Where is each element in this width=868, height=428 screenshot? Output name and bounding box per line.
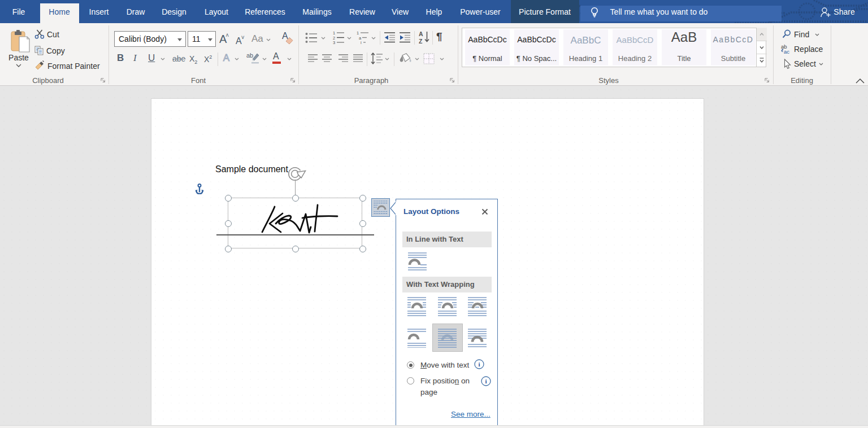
svg-text:A: A (223, 53, 230, 63)
svg-text:ac: ac (784, 49, 789, 54)
svg-text:i: i (485, 378, 487, 385)
svg-text:i: i (361, 40, 362, 44)
svg-text:A: A (419, 30, 423, 37)
svg-text:Z: Z (419, 38, 423, 45)
svg-text:3: 3 (333, 40, 335, 44)
svg-text:i: i (478, 361, 480, 368)
